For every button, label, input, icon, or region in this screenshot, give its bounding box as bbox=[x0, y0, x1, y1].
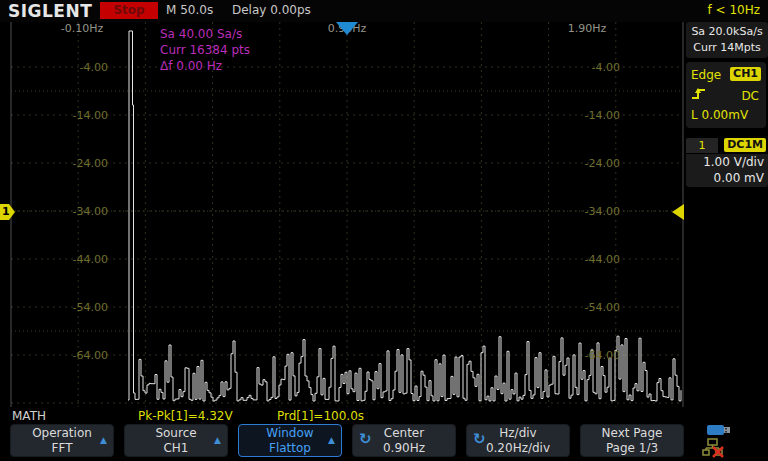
channel-scale: 1.00 V/div bbox=[686, 154, 764, 170]
channel-number-tab[interactable]: 1 bbox=[686, 138, 718, 153]
menu-value: CH1 bbox=[125, 441, 227, 456]
db-label: -14.00 bbox=[556, 109, 620, 122]
chevron-up-icon: ▲ bbox=[328, 436, 335, 445]
trigger-level-marker-icon[interactable] bbox=[672, 204, 684, 220]
fft-info-overlay: Sa 40.00 Sa/s Curr 16384 pts Δf 0.00 Hz bbox=[160, 26, 250, 74]
oscilloscope-screen: SIGLENT Stop M 50.0s Delay 0.00ps f < 10… bbox=[0, 0, 768, 461]
db-label: -64.00 bbox=[556, 349, 620, 362]
menu-nextpage-button[interactable]: Next Page Page 1/3 bbox=[580, 424, 684, 457]
trigger-panel[interactable]: Edge CH1 DC L 0.00mV bbox=[686, 62, 766, 128]
top-status-bar: SIGLENT Stop M 50.0s Delay 0.00ps f < 10… bbox=[0, 0, 768, 22]
acq-mem-depth: Curr 14Mpts bbox=[686, 40, 768, 56]
freq-label-right: 1.90Hz bbox=[557, 22, 617, 35]
trigger-coupling: DC bbox=[741, 87, 759, 105]
knob-rotate-icon: ↻ bbox=[359, 432, 372, 447]
channel1-panel[interactable]: 1 DC1M 1.00 V/div 0.00 mV bbox=[686, 138, 768, 187]
acq-sample-rate: Sa 20.0kSa/s bbox=[686, 24, 768, 40]
run-state-badge[interactable]: Stop bbox=[100, 2, 158, 19]
menu-label: Next Page bbox=[581, 426, 683, 441]
siglent-logo: SIGLENT bbox=[8, 1, 92, 21]
db-label: -4.00 bbox=[44, 61, 108, 74]
softkey-menu-bar: Operation FFT ▲ Source CH1 ▲ Window Flat… bbox=[0, 422, 768, 461]
menu-value: Page 1/3 bbox=[581, 441, 683, 456]
menu-value: Flattop bbox=[239, 441, 341, 456]
trigger-type: Edge bbox=[691, 68, 721, 82]
timebase-readout: M 50.0s bbox=[166, 3, 213, 17]
db-label: -44.00 bbox=[44, 253, 108, 266]
acquisition-info-panel: Sa 20.0kSa/s Curr 14Mpts bbox=[686, 22, 768, 58]
fft-sample-rate: Sa 40.00 Sa/s bbox=[160, 26, 250, 42]
db-label: -24.00 bbox=[44, 157, 108, 170]
db-label: -44.00 bbox=[556, 253, 620, 266]
menu-center-button[interactable]: ↻ Center 0.90Hz bbox=[352, 424, 456, 457]
fft-points: Curr 16384 pts bbox=[160, 42, 250, 58]
measurement-period: Prd[1]=100.0s bbox=[277, 409, 364, 423]
db-label: -34.00 bbox=[556, 205, 620, 218]
menu-label: Source bbox=[125, 426, 227, 441]
db-label: -34.00 bbox=[44, 205, 108, 218]
measurement-pkpk: Pk-Pk[1]=4.32V bbox=[138, 409, 233, 423]
chevron-up-icon: ▲ bbox=[100, 436, 107, 445]
waveform-graticule: -0.10Hz 0.90Hz 1.90Hz -4.00 -14.00 -24.0… bbox=[0, 22, 768, 411]
rising-edge-icon bbox=[691, 86, 709, 101]
menu-operation-button[interactable]: Operation FFT ▲ bbox=[10, 424, 114, 457]
db-label: -24.00 bbox=[556, 157, 620, 170]
menu-source-button[interactable]: Source CH1 ▲ bbox=[124, 424, 228, 457]
trigger-source-badge: CH1 bbox=[730, 67, 761, 81]
frequency-counter: f < 10Hz bbox=[708, 3, 761, 17]
io-indicators bbox=[700, 423, 764, 460]
fft-plot bbox=[0, 22, 768, 411]
delay-readout: Delay 0.00ps bbox=[232, 3, 311, 17]
fft-delta-f: Δf 0.00 Hz bbox=[160, 58, 250, 74]
freq-label-left: -0.10Hz bbox=[52, 22, 112, 35]
channel-coupling-badge: DC1M bbox=[724, 138, 766, 152]
trigger-level: L 0.00mV bbox=[691, 106, 761, 126]
menu-hzdiv-button[interactable]: ↻ Hz/div 0.20Hz/div bbox=[466, 424, 570, 457]
db-label: -4.00 bbox=[556, 61, 620, 74]
knob-rotate-icon: ↻ bbox=[473, 432, 486, 447]
channel-offset: 0.00 mV bbox=[686, 170, 764, 186]
menu-value: FFT bbox=[11, 441, 113, 456]
menu-window-button[interactable]: Window Flattop ▲ bbox=[238, 424, 342, 457]
usb-device-icon bbox=[706, 423, 734, 437]
trigger-position-marker-icon[interactable] bbox=[336, 22, 358, 35]
active-source-label: MATH bbox=[12, 409, 46, 423]
db-label: -64.00 bbox=[44, 349, 108, 362]
status-line: MATH Pk-Pk[1]=4.32V Prd[1]=100.0s bbox=[0, 409, 768, 422]
db-label: -14.00 bbox=[44, 109, 108, 122]
lan-disconnected-icon bbox=[702, 438, 726, 458]
db-label: -54.00 bbox=[44, 301, 108, 314]
menu-label: Window bbox=[239, 426, 341, 441]
right-sidebar: Sa 20.0kSa/s Curr 14Mpts Edge CH1 DC L 0… bbox=[684, 22, 768, 222]
menu-label: Operation bbox=[11, 426, 113, 441]
chevron-up-icon: ▲ bbox=[214, 436, 221, 445]
db-label: -54.00 bbox=[556, 301, 620, 314]
